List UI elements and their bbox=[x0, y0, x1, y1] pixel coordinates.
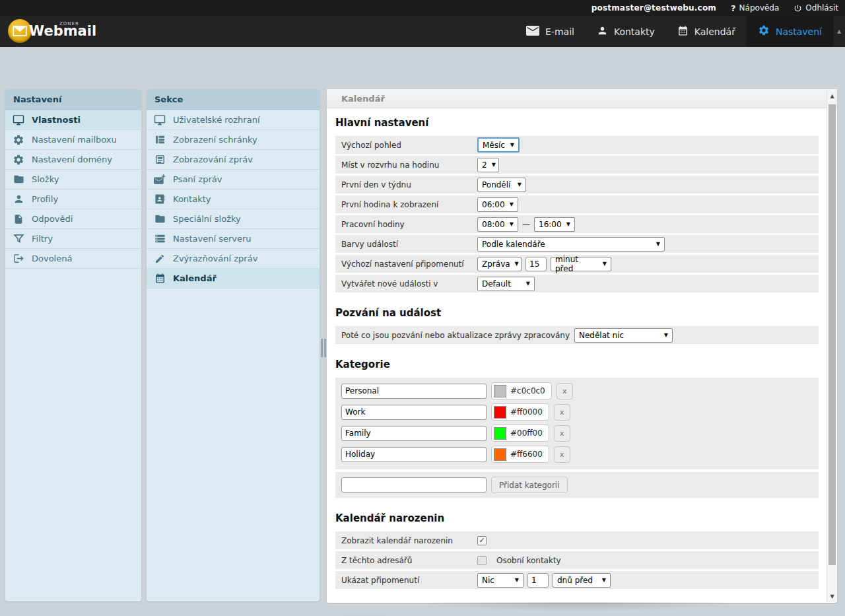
help-link[interactable]: ? Nápověda bbox=[731, 3, 779, 13]
add-category-button[interactable]: Přidat kategorii bbox=[491, 477, 568, 493]
reminder-amount-input[interactable] bbox=[525, 257, 547, 271]
sidebar-item-label: Nastavení domény bbox=[32, 154, 112, 164]
invitations-processed-select[interactable]: Nedělat nic bbox=[574, 328, 673, 343]
logout-link[interactable]: Odhlásit bbox=[794, 3, 838, 13]
nav-item-kalendar[interactable]: Kalendář bbox=[666, 16, 747, 47]
exit-icon bbox=[13, 253, 24, 265]
category-color-chip[interactable]: #ff0000 bbox=[491, 403, 549, 421]
nav-item-nastaveni[interactable]: Nastavení bbox=[747, 16, 833, 47]
section-item-psani-zprav[interactable]: Psaní zpráv bbox=[147, 170, 320, 189]
sidebar-item-dovolena[interactable]: Dovolená bbox=[5, 249, 141, 269]
label-event-colors: Barvy událostí bbox=[341, 240, 477, 249]
new-category-input[interactable] bbox=[341, 477, 487, 493]
work-hours-to-select[interactable]: 16:00 bbox=[534, 217, 575, 232]
brand-logo: ZONER Webmail bbox=[8, 19, 96, 43]
row-default-view: Výchozí pohled Měsíc bbox=[335, 136, 819, 154]
section-item-zobrazeni-schranky[interactable]: Zobrazení schránky bbox=[147, 130, 320, 150]
sidebar-item-odpovedi[interactable]: Odpovědi bbox=[5, 209, 141, 229]
color-hex: #c0c0c0 bbox=[510, 386, 545, 395]
label-first-day: První den v týdnu bbox=[341, 180, 477, 189]
sidebar-item-slozky[interactable]: Složky bbox=[5, 170, 141, 189]
label-invitations-processed: Poté co jsou pozvání nebo aktualizace zp… bbox=[341, 331, 574, 340]
scrollbar-thumb[interactable] bbox=[828, 104, 836, 565]
help-label: Nápověda bbox=[739, 3, 780, 13]
default-view-select[interactable]: Měsíc bbox=[477, 137, 520, 153]
category-name-input[interactable] bbox=[341, 405, 487, 420]
category-color-chip[interactable]: #ff6600 bbox=[491, 446, 549, 463]
gear-icon bbox=[13, 134, 24, 146]
contact-card-icon bbox=[154, 193, 166, 205]
birthday-reminder-amount-input[interactable] bbox=[527, 573, 549, 588]
scroll-down-icon[interactable]: ▼ bbox=[827, 590, 837, 602]
section-item-label: Zobrazení schránky bbox=[173, 135, 257, 145]
first-hour-select[interactable]: 06:00 bbox=[477, 197, 518, 212]
category-color-chip[interactable]: #c0c0c0 bbox=[491, 382, 552, 399]
section-item-zobrazovani-zprav[interactable]: Zobrazování zpráv bbox=[147, 150, 320, 170]
remove-category-button[interactable]: x bbox=[557, 383, 573, 399]
remove-category-button[interactable]: x bbox=[554, 446, 570, 463]
collapse-arrow-icon[interactable]: ▲ bbox=[834, 16, 844, 47]
category-row: #ff6600 x bbox=[341, 446, 813, 463]
heading-general: Hlavní nastavení bbox=[335, 117, 819, 129]
add-category-row: Přidat kategorii bbox=[335, 472, 819, 498]
remove-category-button[interactable]: x bbox=[554, 425, 570, 442]
personal-contacts-checkbox[interactable] bbox=[477, 556, 487, 565]
nav-label-email: E-mail bbox=[545, 26, 574, 37]
create-in-select[interactable]: Default bbox=[477, 277, 535, 291]
sidebar-item-label: Profily bbox=[32, 194, 58, 204]
main-scrollbar[interactable]: ▲ ▼ bbox=[827, 90, 836, 602]
section-item-uzivatelske-rozhrani[interactable]: Uživatelské rozhraní bbox=[147, 110, 320, 130]
category-name-input[interactable] bbox=[341, 447, 487, 462]
birthday-reminder-unit-select[interactable]: dnů před bbox=[553, 573, 611, 588]
section-item-nastaveni-serveru[interactable]: Nastavení serveru bbox=[147, 229, 320, 249]
category-row: #00ff00 x bbox=[341, 425, 813, 442]
remove-category-button[interactable]: x bbox=[554, 404, 570, 421]
sections-sidebar-title: Sekce bbox=[147, 89, 320, 110]
sidebar-item-nastaveni-mailboxu[interactable]: Nastavení mailboxu bbox=[5, 130, 141, 150]
row-birthday-reminder: Ukázat připomenutí Nic dnů před bbox=[335, 571, 819, 589]
category-name-input[interactable] bbox=[341, 426, 487, 441]
section-item-label: Zvýrazňování zpráv bbox=[173, 254, 257, 263]
reminder-unit-select[interactable]: minut před bbox=[551, 257, 611, 271]
birthday-reminder-type-select[interactable]: Nic bbox=[477, 573, 524, 588]
category-name-input[interactable] bbox=[341, 384, 487, 399]
work-hours-from-select[interactable]: 08:00 bbox=[477, 217, 518, 232]
reminder-type-select[interactable]: Zpráva bbox=[477, 257, 522, 271]
row-birthday-sources: Z těchto adresářů Osobní kontakty bbox=[335, 551, 819, 569]
monitor-icon bbox=[13, 114, 24, 126]
nav-item-email[interactable]: E-mail bbox=[515, 16, 586, 47]
nav-item-kontakty[interactable]: Kontakty bbox=[586, 16, 666, 47]
label-first-hour: První hodina k zobrazení bbox=[341, 200, 477, 209]
section-item-kalendar[interactable]: Kalendář bbox=[147, 269, 320, 289]
brand-zoner: ZONER bbox=[59, 21, 79, 26]
section-item-label: Psaní zpráv bbox=[173, 174, 222, 184]
slots-select[interactable]: 2 bbox=[477, 158, 499, 172]
question-icon: ? bbox=[731, 3, 736, 13]
first-day-select[interactable]: Pondělí bbox=[477, 178, 526, 192]
monitor-icon bbox=[154, 114, 166, 126]
section-item-label: Uživatelské rozhraní bbox=[173, 115, 260, 125]
nav-label-kontakty: Kontakty bbox=[614, 26, 655, 37]
section-item-label: Kalendář bbox=[173, 273, 217, 283]
page-title: Kalendář bbox=[327, 89, 837, 108]
sidebar-item-filtry[interactable]: Filtry bbox=[5, 229, 141, 249]
section-item-zvyraznovani-zprav[interactable]: Zvýrazňování zpráv bbox=[147, 249, 320, 269]
category-color-chip[interactable]: #00ff00 bbox=[491, 425, 549, 442]
sidebar-item-vlastnosti[interactable]: Vlastnosti bbox=[5, 110, 141, 130]
event-colors-select[interactable]: Podle kalendáře bbox=[477, 237, 665, 252]
color-swatch bbox=[494, 406, 506, 419]
sidebar-item-nastaveni-domeny[interactable]: Nastavení domény bbox=[5, 150, 141, 170]
sidebar-item-profily[interactable]: Profily bbox=[5, 189, 141, 209]
section-item-label: Nastavení serveru bbox=[173, 234, 252, 244]
sidebar-item-label: Odpovědi bbox=[32, 214, 73, 224]
row-invitations-processed: Poté co jsou pozvání nebo aktualizace zp… bbox=[335, 326, 819, 344]
sidebar-item-label: Složky bbox=[32, 174, 59, 184]
section-item-specialni-slozky[interactable]: Speciální složky bbox=[147, 209, 320, 229]
section-item-kontakty[interactable]: Kontakty bbox=[147, 189, 320, 209]
panel-splitter-handle[interactable] bbox=[321, 339, 327, 357]
show-birthdays-checkbox[interactable] bbox=[477, 536, 487, 545]
row-work-hours: Pracovní hodiny 08:00 — 16:00 bbox=[335, 215, 819, 233]
shadow-divider bbox=[362, 602, 792, 614]
nav-bar: ZONER Webmail E-mail Kontakty Kalendář bbox=[0, 16, 845, 47]
scroll-up-icon[interactable]: ▲ bbox=[827, 90, 837, 102]
